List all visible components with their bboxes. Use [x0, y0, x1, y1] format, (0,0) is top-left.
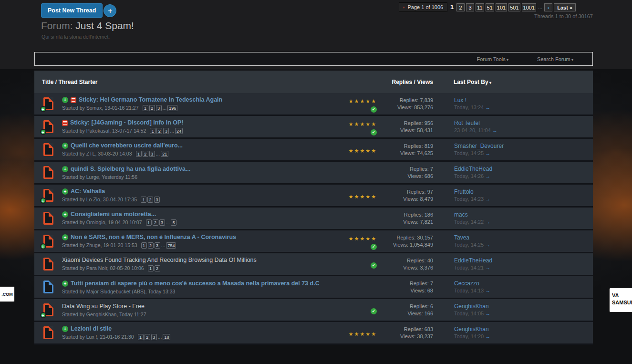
- pagination: ▾Page 1 of 1006 1 2 3 11 51 101 501 1001…: [399, 2, 576, 12]
- page-link[interactable]: 2: [456, 3, 465, 11]
- goto-last-post-icon[interactable]: →: [485, 196, 490, 202]
- thread-title-link[interactable]: AC: Valhalla: [71, 188, 105, 195]
- thread-page-link[interactable]: 1: [141, 242, 147, 249]
- thread-page-link[interactable]: 196: [167, 105, 177, 111]
- thread-page-link[interactable]: 5: [171, 219, 176, 226]
- page-select-dropdown[interactable]: ▾Page 1 of 1006: [399, 2, 448, 12]
- quick-new-thread-button[interactable]: +: [104, 4, 116, 17]
- page-link[interactable]: 1001: [522, 3, 536, 11]
- goto-last-post-icon[interactable]: →: [485, 104, 490, 110]
- lastpost-user-link[interactable]: EddieTheHead: [454, 257, 492, 264]
- goto-first-unread-icon[interactable]: [62, 166, 68, 172]
- goto-last-post-icon[interactable]: →: [485, 311, 490, 316]
- thread-page-link[interactable]: 18: [163, 334, 170, 340]
- thread-title-link[interactable]: Xiaomi Devices Found Tracking And Record…: [62, 257, 257, 264]
- thread-title-link[interactable]: Tutti pensiam di sapere più o meno cos'è…: [71, 280, 320, 287]
- left-ad-banner[interactable]: .COM: [0, 286, 15, 302]
- lastpost-user-link[interactable]: Fruttolo: [454, 188, 474, 195]
- thread-title-link[interactable]: Sticky: [J4Gaming - Discord] Info in OP!: [70, 119, 184, 126]
- thread-page-link[interactable]: 2: [145, 334, 150, 340]
- thread-page-link[interactable]: 3: [156, 105, 162, 111]
- goto-first-unread-icon[interactable]: [62, 188, 68, 195]
- next-page-button[interactable]: ›: [544, 3, 552, 11]
- thread-page-link[interactable]: 2: [143, 151, 148, 157]
- replies-count: 956: [425, 120, 433, 126]
- lastpost-user-link[interactable]: EddieTheHead: [454, 166, 492, 172]
- right-ad-banner[interactable]: VA SAMSUN: [609, 288, 632, 312]
- thread-started: Started by Major Sludgebucket (ABS), Tod…: [62, 289, 175, 294]
- page-link[interactable]: 101: [496, 3, 507, 11]
- thread-title-link[interactable]: Consigliatemi una motoretta...: [71, 211, 156, 218]
- thread-page-link[interactable]: 3: [155, 242, 160, 249]
- thread-page-link[interactable]: 2: [155, 265, 160, 271]
- page-link[interactable]: 51: [486, 3, 494, 11]
- page-link[interactable]: 3: [466, 3, 474, 11]
- thread-title-link[interactable]: Non è SARS, non è MERS, non è Influenza …: [71, 234, 236, 241]
- lastpost-user-link[interactable]: Ceccazzo: [454, 280, 479, 287]
- goto-last-post-icon[interactable]: →: [485, 288, 490, 293]
- goto-last-post-icon[interactable]: →: [485, 150, 490, 156]
- thread-page-link[interactable]: 3: [159, 219, 165, 226]
- goto-first-unread-icon[interactable]: [62, 326, 68, 332]
- goto-last-post-icon[interactable]: →: [492, 127, 497, 133]
- thread-page-link[interactable]: 2: [148, 242, 154, 249]
- thread-page-link[interactable]: 3: [151, 334, 157, 340]
- goto-last-post-icon[interactable]: →: [485, 219, 490, 225]
- thread-page-link[interactable]: 3: [154, 197, 160, 203]
- thread-page-link[interactable]: 2: [156, 128, 162, 134]
- lastpost-user-link[interactable]: Tavea: [454, 234, 469, 241]
- thread-title-link[interactable]: Lezioni di stile: [71, 325, 112, 333]
- thread-page-link[interactable]: 2: [149, 105, 155, 111]
- thread-title-link[interactable]: Quelli che vorrebbero uscire dall'euro..…: [71, 142, 183, 149]
- lastpost-time: 23-04-20, 11:04: [454, 127, 491, 133]
- thread-page-link[interactable]: 2: [147, 197, 153, 203]
- goto-last-post-icon[interactable]: →: [485, 242, 490, 248]
- col-title-starter[interactable]: Title / Thread Starter: [42, 79, 97, 85]
- col-last-post-by[interactable]: Last Post By: [454, 79, 491, 85]
- thread-page-link[interactable]: 1: [146, 219, 152, 226]
- lastpost-user-link[interactable]: Lux !: [454, 97, 466, 104]
- page-link[interactable]: 11: [476, 3, 484, 11]
- thread-page-link[interactable]: 754: [166, 242, 176, 249]
- thread-title-link[interactable]: Data Wing su Play Store - Free: [62, 303, 145, 310]
- thread-page-link[interactable]: 3: [149, 151, 155, 157]
- goto-first-unread-icon[interactable]: [62, 143, 68, 149]
- search-forum-menu[interactable]: Search Forum: [537, 56, 573, 62]
- thread-page-link[interactable]: 24: [175, 128, 183, 134]
- thread-row: Data Wing su Play Store - Free Started b…: [34, 299, 593, 322]
- goto-last-post-icon[interactable]: →: [485, 333, 490, 339]
- goto-last-post-icon[interactable]: →: [485, 173, 490, 179]
- thread-page-link[interactable]: 1: [148, 265, 154, 271]
- forum-tools-menu[interactable]: Forum Tools: [477, 56, 508, 62]
- goto-first-unread-icon[interactable]: [62, 211, 68, 218]
- thread-page-link[interactable]: 2: [153, 219, 158, 226]
- thread-row: AC: Valhalla Started by Lo Zio, 30-04-20…: [34, 185, 593, 208]
- goto-first-unread-icon[interactable]: [62, 281, 68, 287]
- thread-page-link[interactable]: 1: [136, 151, 142, 157]
- thread-page-link[interactable]: 1: [141, 197, 146, 203]
- lastpost-time: Today, 14:20: [454, 333, 484, 339]
- thread-title-link[interactable]: Sticky: Hei Germano Tornatene in Tedesch…: [79, 96, 222, 104]
- thread-page-link[interactable]: 1: [143, 105, 148, 111]
- lastpost-user-link[interactable]: GenghisKhan: [454, 326, 489, 333]
- thread-row: Sticky: Hei Germano Tornatene in Tedesch…: [34, 93, 593, 116]
- last-page-button[interactable]: Last »: [554, 3, 576, 11]
- thread-page-link[interactable]: 21: [161, 151, 168, 157]
- thread-page-link[interactable]: 3: [163, 128, 169, 134]
- lastpost-user-link[interactable]: GenghisKhan: [454, 303, 489, 310]
- post-new-thread-button[interactable]: Post New Thread: [41, 3, 103, 18]
- col-replies-views[interactable]: Replies / Views: [392, 79, 434, 85]
- thread-page-link[interactable]: 1: [138, 334, 144, 340]
- goto-last-post-icon[interactable]: →: [485, 265, 490, 270]
- thread-title-link[interactable]: quindi S. Spielberg ha una figlia adotti…: [71, 166, 190, 173]
- thread-status-icon: [43, 303, 53, 316]
- goto-first-unread-icon[interactable]: [62, 234, 68, 240]
- lastpost-user-link[interactable]: Smasher_Devourer: [454, 143, 504, 149]
- lastpost-user-link[interactable]: macs: [454, 211, 468, 218]
- page-link[interactable]: 501: [508, 3, 520, 11]
- thread-page-link[interactable]: 1: [150, 128, 155, 134]
- lastpost-user-link[interactable]: Rot Teufel: [454, 120, 480, 126]
- thread-status-icon: [43, 166, 53, 179]
- lastpost-time: Today, 14:21: [454, 265, 484, 270]
- goto-first-unread-icon[interactable]: [62, 97, 68, 103]
